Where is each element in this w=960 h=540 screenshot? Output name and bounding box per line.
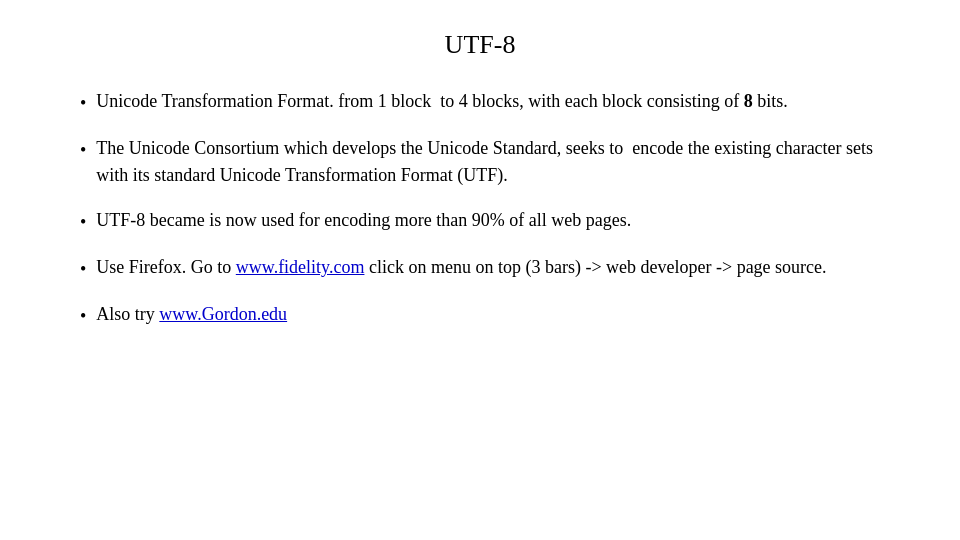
bullet-dot: • [80, 90, 86, 117]
bullet-text-2: The Unicode Consortium which develops th… [96, 135, 880, 189]
list-item: • Also try www.Gordon.edu [80, 301, 880, 330]
bullet-list: • Unicode Transformation Format. from 1 … [80, 88, 880, 330]
bullet-dot: • [80, 137, 86, 164]
bullet-dot: • [80, 256, 86, 283]
list-item: • The Unicode Consortium which develops … [80, 135, 880, 189]
slide: UTF-8 • Unicode Transformation Format. f… [0, 0, 960, 540]
slide-title: UTF-8 [80, 30, 880, 60]
gordon-link[interactable]: www.Gordon.edu [159, 304, 287, 324]
bullet-text-3: UTF-8 became is now used for encoding mo… [96, 207, 880, 234]
list-item: • Unicode Transformation Format. from 1 … [80, 88, 880, 117]
list-item: • UTF-8 became is now used for encoding … [80, 207, 880, 236]
bullet-text-1: Unicode Transformation Format. from 1 bl… [96, 88, 880, 115]
list-item: • Use Firefox. Go to www.fidelity.com cl… [80, 254, 880, 283]
bullet-dot: • [80, 209, 86, 236]
bullet-dot: • [80, 303, 86, 330]
bold-bits: 8 [744, 91, 753, 111]
bullet-text-5: Also try www.Gordon.edu [96, 301, 880, 328]
bullet-text-4: Use Firefox. Go to www.fidelity.com clic… [96, 254, 880, 281]
fidelity-link[interactable]: www.fidelity.com [236, 257, 365, 277]
